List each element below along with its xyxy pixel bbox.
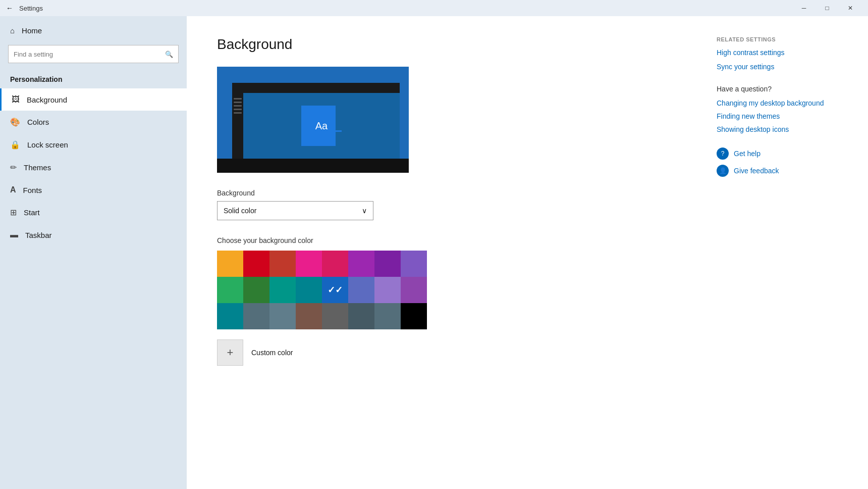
search-icon: 🔍	[165, 51, 173, 58]
sidebar-item-themes-label: Themes	[24, 163, 51, 172]
preview-tile	[336, 105, 366, 130]
color-swatch-23[interactable]	[401, 303, 427, 329]
preview-tiles	[334, 103, 400, 159]
selected-check-icon: ✓	[328, 284, 335, 296]
related-settings-title: Related Settings	[717, 36, 853, 42]
sidebar-item-start[interactable]: ⊞ Start	[0, 201, 187, 224]
sidebar-item-fonts[interactable]: A Fonts	[0, 179, 187, 201]
sidebar-item-start-label: Start	[24, 208, 40, 217]
preview-tile	[336, 132, 366, 158]
color-swatch-8[interactable]	[217, 277, 243, 303]
color-swatch-2[interactable]	[269, 251, 296, 277]
color-swatch-4[interactable]	[322, 251, 348, 277]
color-swatch-15[interactable]	[401, 277, 427, 303]
give-feedback-icon: 👤	[717, 165, 729, 177]
preview-window: Aa	[243, 83, 400, 159]
back-button[interactable]: ←	[6, 4, 13, 12]
color-swatch-7[interactable]	[401, 251, 427, 277]
color-swatch-20[interactable]	[322, 303, 348, 329]
titlebar-title: Settings	[19, 5, 792, 12]
minimize-button[interactable]: ─	[792, 0, 816, 16]
color-swatch-3[interactable]	[296, 251, 322, 277]
color-swatch-1[interactable]	[243, 251, 269, 277]
desktop-preview: Aa	[217, 67, 409, 173]
preview-sidebar-line	[234, 102, 242, 103]
sidebar-item-background[interactable]: 🖼 Background	[0, 88, 187, 111]
titlebar: ← Settings ─ □ ✕	[0, 0, 868, 16]
preview-sidebar-line	[234, 98, 242, 100]
window-controls: ─ □ ✕	[792, 0, 862, 16]
background-icon: 🖼	[12, 95, 20, 104]
color-swatch-19[interactable]	[296, 303, 322, 329]
plus-icon: +	[227, 346, 234, 359]
chevron-down-icon: ∨	[362, 207, 367, 215]
preview-window-content: Aa	[243, 93, 400, 159]
custom-color-row[interactable]: + Custom color	[217, 339, 676, 366]
start-icon: ⊞	[10, 208, 17, 217]
sidebar-section-title: Personalization	[0, 71, 187, 88]
content-area: Background Aa	[187, 16, 707, 489]
main-window: ⌂ Home 🔍 Personalization 🖼 Background 🎨 …	[0, 16, 868, 489]
get-help-link[interactable]: Get help	[734, 150, 761, 158]
sidebar-item-fonts-label: Fonts	[23, 186, 42, 194]
right-panel: Related Settings High contrast settings …	[707, 16, 868, 489]
sync-settings-link[interactable]: Sync your settings	[717, 63, 853, 71]
color-swatch-22[interactable]	[374, 303, 401, 329]
page-title: Background	[217, 36, 676, 53]
lock-icon: 🔒	[10, 140, 20, 150]
color-swatch-9[interactable]	[243, 277, 269, 303]
give-feedback-link[interactable]: Give feedback	[734, 167, 779, 175]
color-swatch-21[interactable]	[348, 303, 374, 329]
color-swatch-10[interactable]	[269, 277, 296, 303]
color-swatch-17[interactable]	[243, 303, 269, 329]
preview-taskbar	[217, 159, 409, 173]
background-label: Background	[217, 189, 676, 197]
preview-sidebar-line	[234, 109, 242, 110]
preview-tile	[368, 105, 399, 130]
sidebar: ⌂ Home 🔍 Personalization 🖼 Background 🎨 …	[0, 16, 187, 489]
background-dropdown[interactable]: Solid color ∨	[217, 201, 373, 220]
color-section-label: Choose your background color	[217, 236, 676, 244]
taskbar-icon: ▬	[10, 230, 18, 239]
sidebar-item-colors-label: Colors	[27, 118, 49, 126]
colors-icon: 🎨	[10, 117, 20, 127]
color-swatch-16[interactable]	[217, 303, 243, 329]
fonts-icon: A	[10, 185, 16, 194]
color-swatch-18[interactable]	[269, 303, 296, 329]
give-feedback-item[interactable]: 👤 Give feedback	[717, 165, 853, 177]
sidebar-item-lock-screen[interactable]: 🔒 Lock screen	[0, 133, 187, 156]
changing-bg-link[interactable]: Changing my desktop background	[717, 99, 824, 107]
color-grid: ✓	[217, 251, 427, 329]
desktop-icons-link[interactable]: Showing desktop icons	[717, 125, 789, 133]
custom-color-label: Custom color	[251, 349, 293, 357]
color-swatch-0[interactable]	[217, 251, 243, 277]
help-item-desktop-icons[interactable]: Showing desktop icons	[717, 125, 853, 133]
search-input[interactable]	[14, 51, 165, 58]
home-label: Home	[22, 26, 42, 35]
sidebar-item-colors[interactable]: 🎨 Colors	[0, 111, 187, 133]
color-swatch-5[interactable]	[348, 251, 374, 277]
help-item-finding-themes[interactable]: Finding new themes	[717, 112, 853, 120]
maximize-button[interactable]: □	[816, 0, 839, 16]
finding-themes-link[interactable]: Finding new themes	[717, 112, 780, 120]
color-swatch-13[interactable]	[348, 277, 374, 303]
help-item-changing-bg[interactable]: Changing my desktop background	[717, 99, 853, 107]
color-swatch-11[interactable]	[296, 277, 322, 303]
get-help-item[interactable]: ? Get help	[717, 148, 853, 160]
color-swatch-6[interactable]	[374, 251, 401, 277]
preview-tile	[368, 132, 399, 158]
color-swatch-14[interactable]	[374, 277, 401, 303]
sidebar-home[interactable]: ⌂ Home	[0, 20, 187, 41]
search-box[interactable]: 🔍	[8, 45, 179, 63]
get-help-icon: ?	[717, 148, 729, 160]
high-contrast-link[interactable]: High contrast settings	[717, 48, 853, 57]
themes-icon: ✏	[10, 163, 17, 172]
close-button[interactable]: ✕	[839, 0, 862, 16]
color-swatch-12[interactable]: ✓	[322, 277, 348, 303]
have-a-question-title: Have a question?	[717, 85, 853, 93]
custom-color-button[interactable]: +	[217, 339, 243, 366]
home-icon: ⌂	[10, 26, 15, 35]
sidebar-item-themes[interactable]: ✏ Themes	[0, 156, 187, 179]
preview-sidebar-line	[234, 112, 242, 114]
sidebar-item-taskbar[interactable]: ▬ Taskbar	[0, 224, 187, 246]
